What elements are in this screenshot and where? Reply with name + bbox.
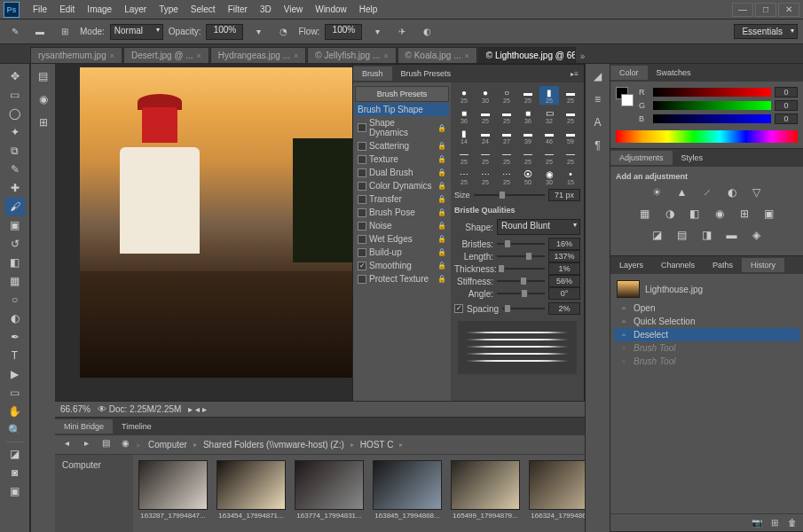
color-spectrum[interactable] <box>616 130 798 143</box>
tab-close-icon[interactable]: × <box>383 51 388 60</box>
hand-tool[interactable]: ✋ <box>5 403 25 420</box>
levels-icon[interactable]: ▲ <box>673 186 691 202</box>
brush-preset[interactable]: ⋯25 <box>454 168 474 186</box>
history-state[interactable]: ▫Deselect <box>614 328 799 341</box>
photo-filter-icon[interactable]: ◉ <box>711 207 728 223</box>
nav-back-icon[interactable]: ◂ <box>59 438 75 452</box>
brush-preset[interactable]: ▬25 <box>561 86 580 105</box>
brush-preset[interactable]: ●30 <box>476 86 495 105</box>
bw-icon[interactable]: ◧ <box>686 207 704 223</box>
brush-preset[interactable]: ▬59 <box>561 127 580 145</box>
pressure-opacity-icon[interactable]: ◔ <box>273 23 293 41</box>
spacing-value[interactable]: 2% <box>548 302 580 315</box>
tool-preset-icon[interactable]: ✎ <box>5 23 25 41</box>
new-snapshot-icon[interactable]: 📷 <box>750 518 764 528</box>
pen-tool[interactable]: ✒ <box>5 328 25 346</box>
checkbox[interactable] <box>358 168 366 177</box>
panel-menu-icon[interactable]: ▸≡ <box>565 70 584 78</box>
brush-option[interactable]: Build-up🔒 <box>355 246 449 259</box>
nav-forward-icon[interactable]: ▸ <box>78 438 94 452</box>
threshold-icon[interactable]: ◨ <box>698 229 716 245</box>
checkbox[interactable] <box>358 208 366 217</box>
document-tab[interactable]: © Jellyfish.jpg ...× <box>307 47 396 63</box>
brush-panel-toggle[interactable]: ⊞ <box>55 23 75 41</box>
quality-value[interactable]: 137% <box>548 250 580 262</box>
eyedropper-tool[interactable]: ✎ <box>5 160 25 178</box>
quality-value[interactable]: 0° <box>548 287 580 300</box>
tab-brush-presets[interactable]: Brush Presets <box>392 66 461 81</box>
brush-preset[interactable]: ◉30 <box>539 168 559 186</box>
document-tab[interactable]: © Lighthouse.jpg @ 66.7% (RGB/8#) *× <box>478 47 576 63</box>
brush-preset[interactable]: ▮25 <box>539 86 559 105</box>
menu-type[interactable]: Type <box>153 4 185 14</box>
color-value[interactable]: 0 <box>775 100 798 111</box>
quality-slider[interactable] <box>497 238 545 250</box>
shape-tool[interactable]: ▭ <box>5 384 25 402</box>
flow-dropdown-icon[interactable]: ▾ <box>367 23 387 41</box>
menu-view[interactable]: View <box>278 4 310 14</box>
tab-adjustments[interactable]: Adjustments <box>610 151 673 165</box>
brush-option[interactable]: Noise🔒 <box>355 219 449 232</box>
tab-color[interactable]: Color <box>610 66 648 80</box>
document-tab[interactable]: rysanthemum.jpg× <box>30 47 122 63</box>
thumbnail[interactable]: 165499_17994879... <box>451 460 520 527</box>
checkbox[interactable] <box>358 235 366 244</box>
zoom-tool[interactable]: 🔍 <box>5 421 25 439</box>
canvas[interactable]: Brush Brush Presets ▸≡ Brush Presets Bru… <box>55 64 585 401</box>
collapsed-panel-icon[interactable]: ▤ <box>35 67 52 85</box>
brush-option[interactable]: Brush Tip Shape <box>355 103 449 116</box>
menu-select[interactable]: Select <box>185 4 222 14</box>
collapsed-panel-icon[interactable]: ◉ <box>35 90 52 108</box>
brush-preset[interactable]: ▬25 <box>497 106 516 125</box>
tab-history[interactable]: History <box>742 258 784 272</box>
brush-preset[interactable]: ▬39 <box>518 127 538 145</box>
collapsed-panel-icon[interactable]: ◢ <box>589 67 607 85</box>
brush-option[interactable]: Smoothing🔒 <box>355 259 449 272</box>
close-button[interactable]: ✕ <box>778 3 799 17</box>
quick-mask-toggle[interactable]: ◙ <box>5 464 25 481</box>
path-selection-tool[interactable]: ▶ <box>5 365 25 383</box>
doc-info[interactable]: 👁 Doc: 2.25M/2.25M <box>98 404 182 414</box>
size-slider[interactable] <box>474 189 545 201</box>
tab-close-icon[interactable]: × <box>110 51 114 60</box>
gradient-map-icon[interactable]: ▬ <box>723 229 741 245</box>
maximize-button[interactable]: □ <box>755 3 776 17</box>
status-nav[interactable]: ▸ ◂ ▸ <box>188 404 207 414</box>
document-tab[interactable]: Hydrangeas.jpg ...× <box>210 47 306 63</box>
checkbox[interactable] <box>358 262 366 270</box>
brush-preset[interactable]: ●25 <box>454 86 474 105</box>
collapsed-panel-icon[interactable]: A <box>589 113 607 131</box>
posterize-icon[interactable]: ▤ <box>673 229 691 245</box>
healing-brush-tool[interactable]: ✚ <box>5 179 25 197</box>
brush-preset[interactable]: ■36 <box>518 106 538 125</box>
quality-slider[interactable] <box>497 250 545 262</box>
checkbox[interactable] <box>358 182 366 191</box>
tab-close-icon[interactable]: × <box>294 51 298 60</box>
vibrance-icon[interactable]: ▽ <box>748 186 766 202</box>
delete-state-icon[interactable]: 🗑 <box>785 518 799 528</box>
brush-preset[interactable]: ▬25 <box>561 106 580 125</box>
color-slider[interactable] <box>653 101 771 110</box>
brush-option[interactable]: Color Dynamics🔒 <box>355 179 449 192</box>
thumbnail[interactable]: 163774_17994831... <box>295 460 364 527</box>
thumbnail[interactable]: 163845_17994868... <box>373 460 442 527</box>
airbrush-icon[interactable]: ✈ <box>392 23 412 41</box>
opacity-input[interactable]: 100% <box>206 24 243 40</box>
menu-image[interactable]: Image <box>81 4 118 14</box>
tab-mini-bridge[interactable]: Mini Bridge <box>55 419 113 434</box>
brush-preset[interactable]: ▬24 <box>476 127 495 145</box>
blend-mode-select[interactable]: Normal <box>110 24 163 40</box>
brush-option[interactable]: Scattering🔒 <box>355 139 449 153</box>
workspace-selector[interactable]: Essentials <box>734 24 798 39</box>
brush-preset[interactable]: ⦿50 <box>518 168 538 186</box>
menu-layer[interactable]: Layer <box>118 4 153 14</box>
clone-stamp-tool[interactable]: ▣ <box>5 216 25 234</box>
menu-window[interactable]: Window <box>309 4 353 14</box>
gradient-tool[interactable]: ▦ <box>5 272 25 290</box>
history-doc-thumb[interactable] <box>617 280 640 298</box>
sidebar-computer[interactable]: Computer <box>59 458 130 472</box>
brush-presets-button[interactable]: Brush Presets <box>355 86 449 102</box>
brush-preset[interactable]: ▬46 <box>539 127 559 145</box>
quality-slider[interactable] <box>497 287 545 300</box>
view-icon[interactable]: ◉ <box>117 438 133 452</box>
